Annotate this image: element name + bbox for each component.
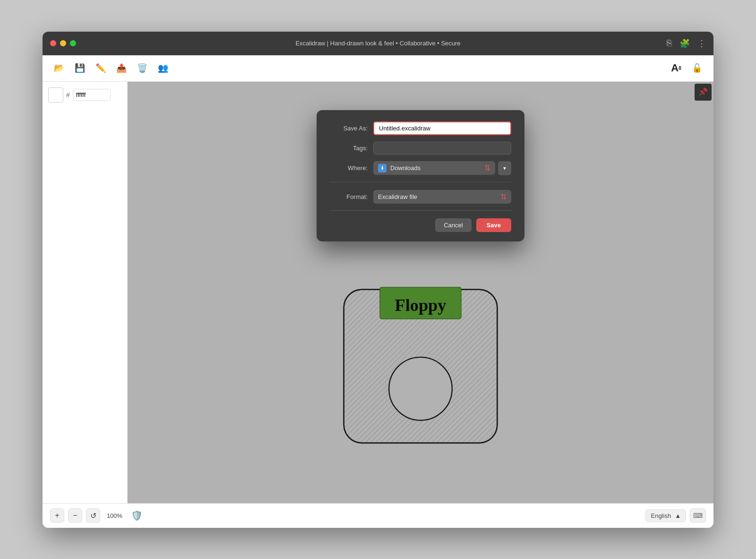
reset-zoom-button[interactable]: ↺ <box>86 508 100 523</box>
collaborate-btn[interactable]: 👥 <box>154 59 172 77</box>
lock-btn[interactable]: 🔓 <box>688 59 706 77</box>
language-label: English <box>651 512 671 519</box>
left-panel: # <box>43 82 128 503</box>
save-as-row: Save As: <box>330 121 511 135</box>
extensions-icon[interactable]: 🧩 <box>679 38 690 49</box>
save-btn[interactable]: 💾 <box>71 59 89 77</box>
zoom-level: 100% <box>104 512 125 519</box>
save-as-input[interactable] <box>373 121 511 135</box>
edit-btn[interactable]: ✏️ <box>92 59 110 77</box>
zoom-out-button[interactable]: − <box>68 508 82 523</box>
app-window: Excalidraw | Hand-drawn look & feel • Co… <box>43 32 713 528</box>
modal-overlay: Save As: Tags: Where: ⬇ <box>128 82 713 503</box>
format-chevron-icon: ⇅ <box>500 192 507 201</box>
keyboard-button[interactable]: ⌨ <box>690 508 706 523</box>
color-input[interactable] <box>73 89 111 101</box>
bottom-bar: + − ↺ 100% 🛡️ English ▲ ⌨ <box>43 503 713 528</box>
dialog-buttons: Cancel Save <box>330 218 511 232</box>
dialog-separator-2 <box>330 210 511 211</box>
format-label: Format: <box>330 193 368 200</box>
downloads-folder-icon: ⬇ <box>378 164 387 172</box>
save-as-label: Save As: <box>330 125 368 132</box>
language-select[interactable]: English ▲ <box>645 509 686 522</box>
cancel-button[interactable]: Cancel <box>435 218 471 232</box>
hash-symbol: # <box>66 91 70 99</box>
close-button[interactable] <box>50 40 56 46</box>
traffic-lights <box>50 40 76 46</box>
where-select[interactable]: ⬇ Downloads ⇅ <box>373 161 495 175</box>
title-bar: Excalidraw | Hand-drawn look & feel • Co… <box>43 32 713 55</box>
tags-label: Tags: <box>330 145 368 152</box>
dialog-separator <box>330 182 511 182</box>
where-value: Downloads <box>390 164 481 172</box>
color-swatch[interactable] <box>48 87 63 103</box>
canvas-area[interactable]: Floppy Save As: Tags: <box>128 82 713 503</box>
shield-icon: 🛡️ <box>131 510 143 521</box>
tags-input[interactable] <box>373 142 511 155</box>
main-content: # <box>43 82 713 503</box>
more-options-icon[interactable]: ⋮ <box>697 38 706 49</box>
maximize-button[interactable] <box>70 40 76 46</box>
new-tab-icon[interactable]: ⎘ <box>667 38 672 48</box>
export-btn[interactable]: 📤 <box>112 59 130 77</box>
save-dialog: Save As: Tags: Where: ⬇ <box>317 110 524 241</box>
save-button[interactable]: Save <box>476 218 511 232</box>
where-row: Where: ⬇ Downloads ⇅ ▾ <box>330 161 511 175</box>
where-label: Where: <box>330 164 368 172</box>
font-btn[interactable]: A8 <box>667 59 685 77</box>
delete-btn[interactable]: 🗑️ <box>133 59 151 77</box>
tags-row: Tags: <box>330 142 511 155</box>
minimize-button[interactable] <box>60 40 66 46</box>
window-title: Excalidraw | Hand-drawn look & feel • Co… <box>295 40 460 47</box>
format-value: Excalidraw file <box>378 193 417 200</box>
open-folder-btn[interactable]: 📂 <box>50 59 68 77</box>
format-select[interactable]: Excalidraw file ⇅ <box>373 190 511 204</box>
where-expand-btn[interactable]: ▾ <box>498 161 511 175</box>
where-container: ⬇ Downloads ⇅ ▾ <box>373 161 511 175</box>
bottom-right: English ▲ ⌨ <box>645 508 706 523</box>
where-chevron-icon: ⇅ <box>484 163 490 172</box>
color-row: # <box>48 87 121 103</box>
format-row: Format: Excalidraw file ⇅ <box>330 190 511 204</box>
language-arrow-icon: ▲ <box>675 512 681 519</box>
title-bar-actions: ⎘ 🧩 ⋮ <box>667 38 706 49</box>
toolbar: 📂 💾 ✏️ 📤 🗑️ 👥 A8 🔓 <box>43 55 713 82</box>
zoom-in-button[interactable]: + <box>50 508 64 523</box>
